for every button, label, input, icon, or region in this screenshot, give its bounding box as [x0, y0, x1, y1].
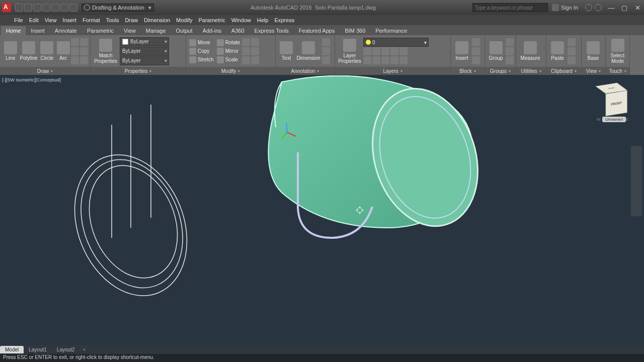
panel-draw-label[interactable]: Draw [0, 67, 90, 75]
lineweight-dropdown[interactable]: ByLayer [120, 47, 169, 56]
tab-a360[interactable]: A360 [226, 26, 250, 35]
drawing-canvas [0, 75, 644, 345]
select-mode-button[interactable]: Select Mode [608, 39, 627, 64]
help-icon[interactable] [595, 4, 602, 11]
qat-new-icon[interactable] [15, 4, 23, 12]
stretch-button[interactable]: Stretch [188, 56, 215, 64]
tab-addins[interactable]: Add-ins [198, 26, 226, 35]
panel-groups-label[interactable]: Groups [485, 67, 516, 75]
rotate-button[interactable]: Rotate [216, 39, 241, 47]
base-button[interactable]: Base [584, 41, 603, 61]
panel-modify-label[interactable]: Modify [186, 67, 275, 75]
viewport[interactable]: [-][SW Isometric][Conceptual] [0, 75, 644, 345]
qat-save-icon[interactable] [33, 4, 41, 12]
exchange-icon[interactable] [585, 4, 592, 11]
search-input[interactable] [472, 3, 548, 12]
tab-parametric[interactable]: Parametric [82, 26, 119, 35]
tab-featured[interactable]: Featured Apps [294, 26, 340, 35]
menu-tools[interactable]: Tools [106, 17, 119, 23]
tab-layout2[interactable]: Layout2 [52, 346, 80, 353]
mirror-button[interactable]: Mirror [216, 47, 241, 55]
tab-home[interactable]: Home [1, 26, 26, 35]
polyline-icon [22, 41, 35, 54]
panel-view-label[interactable]: View [582, 67, 605, 75]
panel-utilities-label[interactable]: Utilities [516, 67, 546, 75]
app-logo-icon[interactable] [2, 3, 11, 12]
menu-express[interactable]: Express [274, 17, 294, 23]
panel-layers: Layer Properties 0 Layers [335, 35, 451, 75]
wire-ellipses [54, 105, 207, 313]
command-line[interactable]: Press ESC or ENTER to exit, or right-cli… [0, 354, 644, 362]
copy-button[interactable]: Copy [188, 47, 215, 55]
maximize-button[interactable]: ▢ [618, 2, 631, 13]
qat-plot-icon[interactable] [51, 4, 59, 12]
tab-performance[interactable]: Performance [370, 26, 412, 35]
scale-icon [217, 56, 224, 63]
menu-help[interactable]: Help [257, 17, 269, 23]
tab-output[interactable]: Output [171, 26, 198, 35]
insert-button[interactable]: Insert [453, 41, 471, 61]
rotate-icon [217, 39, 224, 46]
polyline-button[interactable]: Polyline [20, 41, 38, 61]
panel-block-label[interactable]: Block [451, 67, 485, 75]
text-button[interactable]: Text [278, 41, 295, 61]
menu-window[interactable]: Window [231, 17, 251, 23]
linetype-dropdown[interactable]: ByLayer [120, 56, 169, 65]
tab-layout1[interactable]: Layout1 [24, 346, 52, 353]
tab-bim360[interactable]: BIM 360 [340, 26, 370, 35]
panel-modify: Move Copy Stretch Rotate Mirror Scale Mo… [186, 35, 276, 75]
menu-edit[interactable]: Edit [29, 17, 39, 23]
view-cube[interactable]: TOP FRONT RIGHT W E [594, 83, 629, 119]
menu-modify[interactable]: Modify [176, 17, 192, 23]
close-button[interactable]: ✕ [631, 2, 644, 13]
scale-button[interactable]: Scale [216, 56, 241, 64]
arc-button[interactable]: Arc [56, 41, 70, 61]
move-icon [189, 39, 196, 46]
tab-insert[interactable]: Insert [26, 26, 50, 35]
panel-annotation-label[interactable]: Annotation [276, 67, 335, 75]
ribbon-tabs: Home Insert Annotate Parametric View Man… [0, 25, 644, 35]
tab-express[interactable]: Express Tools [250, 26, 294, 35]
gear-icon [84, 5, 90, 11]
minimize-button[interactable]: — [605, 2, 618, 13]
qat-open-icon[interactable] [24, 4, 32, 12]
panel-touch-label[interactable]: Touch [606, 67, 629, 75]
signin-button[interactable]: Sign In [552, 4, 578, 11]
viewcube-front[interactable]: FRONT [605, 90, 627, 116]
tab-annotate[interactable]: Annotate [50, 26, 82, 35]
qat-undo-icon[interactable] [60, 4, 68, 12]
qat-redo-icon[interactable] [69, 4, 77, 12]
color-dropdown[interactable]: ByLayer [120, 37, 169, 46]
menu-dimension[interactable]: Dimension [144, 17, 170, 23]
add-layout-button[interactable]: + [79, 346, 89, 353]
menu-view[interactable]: View [45, 17, 57, 23]
dimension-button[interactable]: Dimension [296, 41, 321, 61]
move-button[interactable]: Move [188, 39, 215, 47]
panel-layers-label[interactable]: Layers [335, 67, 450, 75]
menu-insert[interactable]: Insert [62, 17, 76, 23]
layer-properties-button[interactable]: Layer Properties [337, 39, 362, 64]
qat-saveas-icon[interactable] [42, 4, 50, 12]
group-button[interactable]: Group [487, 41, 505, 61]
tab-view[interactable]: View [119, 26, 141, 35]
match-properties-button[interactable]: Match Properties [93, 39, 119, 64]
workspace-dropdown[interactable]: Drafting & Annotation [82, 4, 154, 12]
tab-model[interactable]: Model [0, 346, 24, 353]
menu-format[interactable]: Format [83, 17, 100, 23]
panel-properties-label[interactable]: Properties [91, 67, 186, 75]
measure-button[interactable]: Measure [518, 41, 542, 61]
navigation-bar[interactable] [631, 146, 642, 216]
panel-block: Insert Block [451, 35, 485, 75]
match-icon [99, 39, 112, 52]
circle-button[interactable]: Circle [39, 41, 56, 61]
paste-button[interactable]: Paste [548, 41, 567, 61]
menu-parametric[interactable]: Parametric [198, 17, 225, 23]
panel-clipboard-label[interactable]: Clipboard [546, 67, 581, 75]
tab-manage[interactable]: Manage [141, 26, 171, 35]
menu-file[interactable]: File [14, 17, 23, 23]
viewcube-menu[interactable]: Unnamed [602, 117, 626, 122]
copy-icon [189, 48, 196, 55]
line-button[interactable]: Line [2, 41, 19, 61]
layer-dropdown[interactable]: 0 [363, 38, 429, 47]
menu-draw[interactable]: Draw [125, 17, 138, 23]
